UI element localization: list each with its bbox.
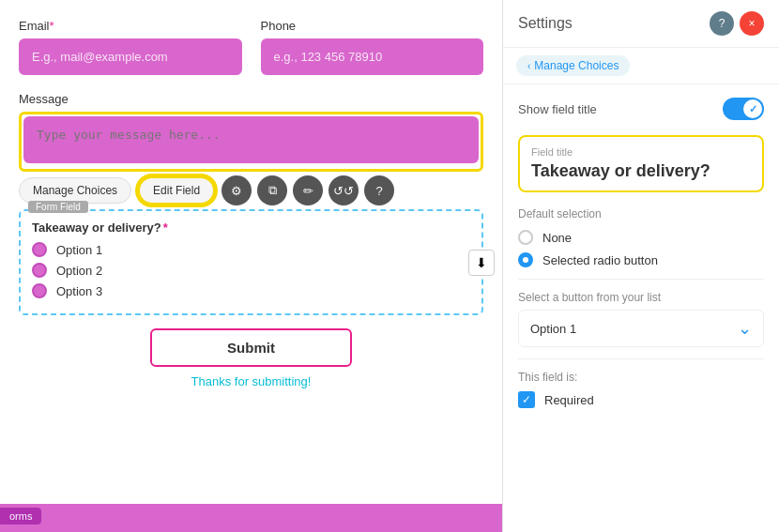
settings-header: Settings ? × (503, 0, 779, 48)
submit-wrap: Submit (19, 328, 483, 367)
message-input[interactable] (23, 116, 479, 163)
divider-2 (518, 358, 764, 359)
show-field-title-label: Show field title (518, 102, 597, 116)
form-editor: Email* Phone Message Manage Choices Edit… (0, 0, 502, 532)
show-field-title-toggle[interactable]: ✓ (723, 98, 764, 120)
message-group: Message Manage Choices Edit Field ⚙ ⧉ ✏ … (19, 92, 483, 205)
undo-icon[interactable]: ↺↺ (328, 175, 359, 205)
required-label: Required (544, 393, 594, 407)
message-highlight (19, 112, 483, 172)
option-3-radio[interactable] (32, 283, 47, 298)
settings-body: Show field title ✓ Field title Takeaway … (503, 84, 779, 532)
manage-choices-button[interactable]: Manage Choices (19, 177, 131, 204)
email-group: Email* (19, 19, 242, 75)
select-btn-label: Select a button from your list (518, 291, 764, 304)
form-field-badge: Form Field (28, 201, 88, 213)
thanks-text: Thanks for submitting! (19, 374, 483, 388)
option-1-radio[interactable] (32, 242, 47, 257)
field-title-value: Takeaway or delivery? (531, 161, 751, 181)
email-input[interactable] (19, 38, 242, 75)
required-checkbox-row: ✓ Required (518, 391, 764, 408)
chevron-left-icon: ‹ (527, 61, 530, 71)
pencil-icon[interactable]: ✏ (293, 175, 323, 205)
field-title-box: Field title Takeaway or delivery? (518, 135, 764, 192)
none-radio-row: None (518, 230, 764, 245)
submit-button[interactable]: Submit (150, 328, 352, 367)
phone-input[interactable] (261, 38, 484, 75)
phone-group: Phone (261, 19, 484, 75)
selected-radio-label: Selected radio button (542, 253, 658, 267)
forms-badge: orms (0, 508, 41, 524)
edit-field-button[interactable]: Edit Field (137, 175, 216, 205)
breadcrumb-label: Manage Choices (534, 59, 619, 72)
phone-label: Phone (261, 19, 484, 33)
help-icon-btn[interactable]: ? (710, 11, 734, 36)
show-field-title-row: Show field title ✓ (518, 98, 764, 120)
option-dropdown[interactable]: Option 1 ⌄ (518, 310, 764, 347)
divider-1 (518, 279, 764, 280)
selected-radio-row: Selected radio button (518, 252, 764, 267)
message-label: Message (19, 92, 483, 106)
download-icon[interactable]: ⬇ (468, 250, 495, 276)
settings-header-icons: ? × (710, 11, 764, 36)
gear-icon[interactable]: ⚙ (221, 175, 252, 205)
required-checkbox[interactable]: ✓ (518, 391, 535, 408)
email-phone-row: Email* Phone (19, 19, 483, 75)
none-radio-label: None (542, 231, 572, 245)
option-3-row: Option 3 (32, 283, 470, 298)
help-icon[interactable]: ? (364, 175, 394, 205)
field-title-row: Takeaway or delivery? * (32, 220, 470, 235)
settings-panel: Settings ? × ‹ Manage Choices Show field… (502, 0, 779, 532)
email-label: Email* (19, 19, 242, 33)
chevron-down-icon: ⌄ (738, 318, 752, 339)
breadcrumb-link[interactable]: ‹ Manage Choices (516, 55, 630, 76)
form-field-section: Form Field ⬇ Takeaway or delivery? * Opt… (19, 209, 483, 315)
toggle-thumb: ✓ (743, 99, 762, 118)
field-title-box-label: Field title (531, 146, 751, 158)
option-2-row: Option 2 (32, 263, 470, 278)
selected-radio-circle[interactable] (518, 252, 533, 267)
default-selection-label: Default selection (518, 207, 764, 220)
copy-icon[interactable]: ⧉ (257, 175, 287, 205)
settings-title: Settings (518, 15, 573, 32)
option-1-row: Option 1 (32, 242, 470, 257)
breadcrumb-row: ‹ Manage Choices (503, 48, 779, 84)
close-icon-btn[interactable]: × (740, 11, 764, 36)
none-radio-circle[interactable] (518, 230, 533, 245)
bottom-bar: orms (0, 504, 502, 532)
option-2-radio[interactable] (32, 263, 47, 278)
dropdown-value: Option 1 (530, 322, 576, 336)
toolbar-row: Manage Choices Edit Field ⚙ ⧉ ✏ ↺↺ ? (19, 175, 483, 205)
this-field-label: This field is: (518, 371, 764, 384)
